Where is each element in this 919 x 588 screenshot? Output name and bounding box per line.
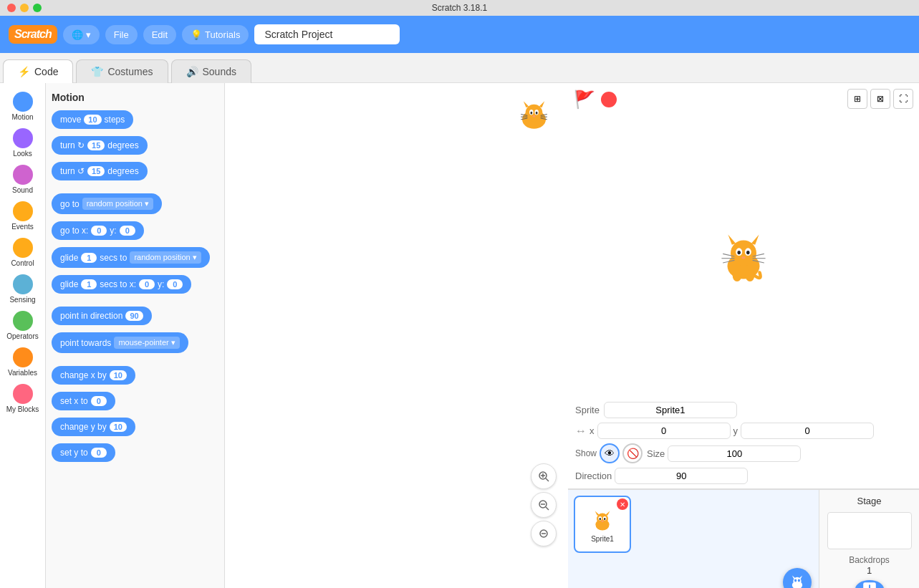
globe-button[interactable]: 🌐 ▾ [63,25,100,44]
window-title: Scratch 3.18.1 [432,3,487,13]
sprite-card-name: Sprite1 [591,535,614,543]
close-button[interactable] [7,4,16,12]
block-sety[interactable]: set y to 0 [52,443,115,462]
category-variables[interactable]: Variables [2,344,44,380]
category-myblocks[interactable]: My Blocks [2,381,44,416]
block-glide2[interactable]: glide 1 secs to x: 0 y: 0 [52,275,191,294]
stage-canvas [568,115,919,397]
block-move[interactable]: move 10 steps [52,110,133,129]
block-row-gotoxy: go to x: 0 y: 0 [52,221,218,244]
svg-marker-2 [524,101,529,107]
category-motion[interactable]: Motion [2,89,44,124]
block-changex[interactable]: change x by 10 [52,366,135,385]
sensing-label: Sensing [9,296,35,304]
category-looks[interactable]: Looks [2,125,44,160]
add-sprite-button[interactable] [783,568,812,588]
block-turn-ccw[interactable]: turn ↺ 15 degrees [52,162,148,180]
show-visible-button[interactable]: 👁 [600,443,620,463]
script-area[interactable] [225,83,568,588]
tutorials-button[interactable]: 💡 Tutorials [182,25,249,44]
size-group: Size [647,445,801,462]
block-gotoxy[interactable]: go to x: 0 y: 0 [52,221,144,240]
maximize-button[interactable] [33,4,42,12]
sprite-card-sprite1[interactable]: ✕ S [574,496,631,553]
block-pointtowards[interactable]: point towards mouse-pointer ▾ [52,332,188,353]
block-glide1[interactable]: glide 1 secs to random position ▾ [52,247,210,268]
y-label: y [733,425,738,436]
tab-costumes[interactable]: 👕 Costumes [76,59,168,83]
fullscreen-button[interactable]: ⛶ [893,89,913,109]
scratch-logo[interactable]: Scratch [9,25,57,44]
code-tab-label: Code [34,66,58,77]
category-sensing[interactable]: Sensing [2,271,44,307]
backdrops-count: 1 [867,565,872,576]
block-changey[interactable]: change y by 10 [52,418,135,436]
block-row-pointtowards: point towards mouse-pointer ▾ [52,332,218,357]
block-goto[interactable]: go to random position ▾ [52,193,162,214]
blocks-title: Motion [52,92,218,103]
stage-area: 🚩 ⊞ ⊠ ⛶ [568,83,919,397]
looks-circle [13,128,33,148]
svg-point-7 [536,112,538,115]
block-row-pointdir: point in direction 90 [52,307,218,329]
block-row-glide1: glide 1 secs to random position ▾ [52,247,218,272]
svg-point-49 [601,520,603,521]
x-input[interactable] [597,423,731,439]
stage-thumbnail[interactable] [827,512,912,549]
position-group: ↔ x y [575,423,874,439]
size-input[interactable] [668,445,801,462]
normal-stage-button[interactable]: ⊠ [870,89,890,109]
backdrops-label: Backdrops [849,555,890,565]
project-name-input[interactable] [254,24,400,44]
small-stage-button[interactable]: ⊞ [847,89,867,109]
sprites-section: ✕ S [568,490,819,588]
stage-cat-svg [711,224,776,289]
y-input[interactable] [741,423,874,439]
block-setx[interactable]: set x to 0 [52,392,115,410]
show-hidden-button[interactable]: 🚫 [622,443,643,463]
sprite-properties: Sprite ↔ x y Show 👁 🚫 Size [568,397,919,489]
svg-point-40 [746,269,755,281]
events-circle [13,201,33,221]
tutorials-label: Tutorials [205,29,240,40]
show-group: Show 👁 🚫 [575,443,643,463]
category-events[interactable]: Events [2,198,44,233]
sound-label: Sound [12,186,33,194]
green-flag-button[interactable]: 🚩 [574,89,595,110]
zoom-reset-button[interactable] [531,521,557,546]
file-menu[interactable]: File [105,25,138,44]
tab-code[interactable]: ⚡ Code [3,59,73,83]
category-control[interactable]: Control [2,235,44,270]
svg-point-1 [526,105,543,122]
zoom-in-button[interactable] [531,463,557,489]
category-operators[interactable]: Operators [2,308,44,343]
block-row-sety: set y to 0 [52,443,218,466]
sprite-name-input[interactable] [604,402,737,418]
stop-button[interactable] [601,92,617,107]
tab-sounds[interactable]: 🔊 Sounds [171,59,251,83]
sounds-tab-icon: 🔊 [186,66,198,77]
sprite-label: Sprite [575,405,600,415]
block-turn-cw[interactable]: turn ↻ 15 degrees [52,136,148,155]
zoom-out-icon [538,499,549,511]
minimize-button[interactable] [20,4,29,12]
events-label: Events [11,223,34,231]
arrows-icon: ↔ [575,425,587,438]
edit-menu[interactable]: Edit [143,25,176,44]
x-label: x [590,425,595,436]
svg-point-39 [733,269,742,281]
direction-label: Direction [575,471,612,481]
zoom-reset-icon [538,528,549,539]
block-row-turn-cw: turn ↻ 15 degrees [52,136,218,159]
category-sound[interactable]: Sound [2,162,44,197]
zoom-out-button[interactable] [531,492,557,518]
sprite-delete-button[interactable]: ✕ [617,498,628,510]
stage-controls: 🚩 [574,89,617,110]
operators-circle [13,311,33,331]
variables-label: Variables [8,369,37,377]
tutorials-icon: 💡 [191,29,202,40]
block-pointdir[interactable]: point in direction 90 [52,307,152,325]
add-backdrop-button[interactable] [855,580,884,588]
control-label: Control [11,259,34,267]
direction-input[interactable] [615,468,748,484]
